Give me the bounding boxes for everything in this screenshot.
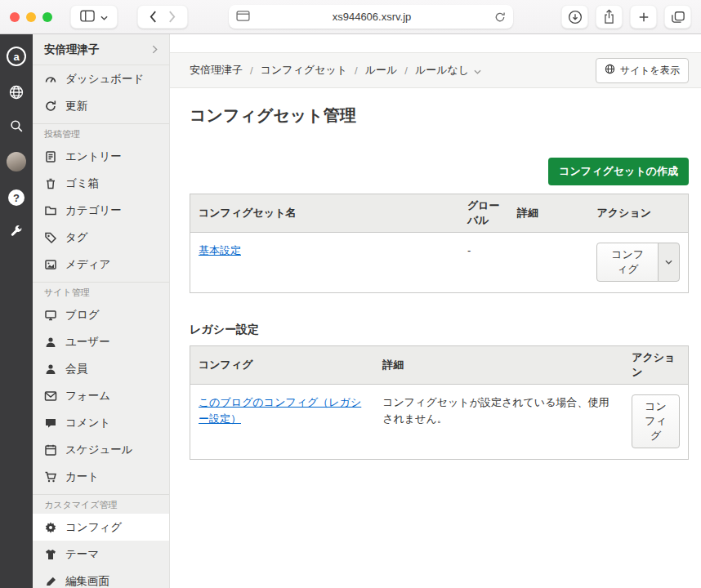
sidebar-item-form[interactable]: フォーム — [33, 382, 169, 409]
calendar-icon — [44, 443, 57, 457]
breadcrumb-config-set[interactable]: コンフィグセット — [261, 63, 347, 78]
sidebar-item-label: 更新 — [65, 99, 87, 114]
column-header-action: アクション — [623, 346, 688, 385]
tab-overview-button[interactable] — [664, 5, 691, 29]
sidebar-item-edit-screen[interactable]: 編集画面 — [33, 568, 169, 588]
forward-button[interactable] — [168, 11, 176, 23]
address-bar[interactable]: xs944606.xsrv.jp — [229, 5, 513, 29]
sidebar-item-config[interactable]: コンフィグ — [33, 514, 169, 541]
sidebar-item-dashboard[interactable]: ダッシュボード — [33, 65, 169, 92]
config-set-name-cell: 基本設定 — [190, 233, 459, 293]
sidebar-item-trash[interactable]: ゴミ箱 — [33, 170, 169, 197]
window-controls — [10, 12, 52, 22]
config-set-action-cell: コンフィグ — [588, 233, 688, 293]
sidebar-item-entry[interactable]: エントリー — [33, 143, 169, 170]
sidebar-item-label: ダッシュボード — [65, 72, 144, 87]
search-icon[interactable] — [9, 118, 25, 134]
gear-icon — [44, 521, 57, 534]
downloads-button[interactable] — [561, 5, 588, 29]
logo-letter: a — [13, 51, 19, 63]
sidebar-item-cart[interactable]: カート — [33, 463, 169, 490]
legacy-config-name-cell: このブログのコンフィグ（レガシー設定） — [190, 385, 375, 460]
legacy-config-detail-cell: コンフィグセットが設定されている場合、使用されません。 — [374, 385, 623, 460]
sidebar-item-label: タグ — [65, 230, 88, 245]
new-tab-button[interactable] — [630, 5, 657, 29]
help-icon[interactable]: ? — [8, 189, 25, 206]
sidebar-item-media[interactable]: メディア — [33, 251, 169, 278]
url-text: xs944606.xsrv.jp — [250, 11, 494, 23]
table-row: このブログのコンフィグ（レガシー設定） コンフィグセットが設定されている場合、使… — [190, 385, 689, 460]
sidebar-item-blog[interactable]: ブログ — [33, 301, 169, 328]
blog-switcher[interactable]: 安倍理津子 — [33, 34, 169, 65]
config-dropdown-toggle[interactable] — [658, 243, 680, 282]
trash-icon — [44, 177, 57, 190]
theme-icon — [44, 548, 57, 561]
sidebar-item-label: コンフィグ — [65, 520, 122, 535]
breadcrumb-separator: / — [250, 65, 253, 77]
refresh-icon — [44, 100, 57, 113]
form-icon — [44, 390, 57, 403]
config-button[interactable]: コンフィグ — [596, 243, 659, 282]
create-config-set-button[interactable]: コンフィグセットの作成 — [548, 158, 689, 185]
column-header-config: コンフィグ — [190, 346, 375, 385]
sidebar-item-label: テーマ — [65, 547, 99, 562]
sidebar-section-customize: カスタマイズ管理 — [33, 494, 169, 514]
share-button[interactable] — [596, 5, 623, 29]
sidebar-item-label: カート — [65, 470, 99, 484]
app-icon-rail: a ? — [0, 34, 33, 588]
blog-name: 安倍理津子 — [44, 42, 100, 57]
back-button[interactable] — [150, 11, 157, 23]
view-site-label: サイトを表示 — [620, 64, 680, 78]
sidebar-item-update[interactable]: 更新 — [33, 92, 169, 119]
column-header-action: アクション — [588, 194, 688, 233]
sidebar-item-label: カテゴリー — [65, 203, 122, 218]
chevron-down-icon — [100, 11, 108, 23]
close-window-button[interactable] — [10, 12, 20, 22]
wrench-icon[interactable] — [9, 224, 24, 238]
legacy-section-title: レガシー設定 — [190, 323, 689, 337]
sidebar-item-user[interactable]: ユーザー — [33, 328, 169, 355]
sidebar-item-member[interactable]: 会員 — [33, 355, 169, 382]
breadcrumb-rule-dropdown[interactable]: ルールなし — [415, 63, 481, 78]
tag-icon — [44, 231, 57, 244]
reload-icon[interactable] — [494, 11, 506, 23]
sidebar-section-site: サイト管理 — [33, 282, 169, 301]
main-content: 安倍理津子 / コンフィグセット / ルール / ルールなし サイトを表示 コン… — [170, 34, 701, 588]
breadcrumb-separator: / — [355, 65, 358, 77]
config-set-table: コンフィグセット名 グローバル 詳細 アクション 基本設定 - コンフィグ — [190, 194, 689, 293]
legacy-config-button[interactable]: コンフィグ — [632, 394, 680, 448]
comment-icon — [44, 416, 57, 430]
sidebar-item-label: 編集画面 — [65, 574, 109, 588]
sidebar-item-label: ユーザー — [65, 335, 110, 350]
sidebar-item-category[interactable]: カテゴリー — [33, 197, 169, 224]
sidebar-item-label: ゴミ箱 — [65, 176, 99, 191]
sidebar-item-label: ブログ — [65, 308, 99, 323]
minimize-window-button[interactable] — [26, 12, 36, 22]
breadcrumb-rule[interactable]: ルール — [365, 63, 398, 78]
view-site-button[interactable]: サイトを表示 — [596, 58, 689, 83]
sidebar-item-schedule[interactable]: スケジュール — [33, 436, 169, 463]
sidebar-item-label: エントリー — [65, 149, 122, 164]
breadcrumb-blog[interactable]: 安倍理津子 — [190, 63, 243, 78]
globe-icon[interactable] — [8, 84, 25, 100]
sidebar-item-theme[interactable]: テーマ — [33, 541, 169, 568]
sidebar-toggle-button[interactable] — [70, 5, 118, 29]
image-icon — [44, 258, 57, 271]
ablogcms-logo[interactable]: a — [7, 47, 26, 66]
sidebar-item-tag[interactable]: タグ — [33, 224, 169, 251]
legacy-config-link[interactable]: このブログのコンフィグ（レガシー設定） — [199, 396, 361, 425]
document-icon — [44, 150, 57, 163]
sidebar-item-comment[interactable]: コメント — [33, 409, 169, 436]
folder-icon — [44, 204, 57, 217]
zoom-window-button[interactable] — [42, 12, 52, 22]
page-title: コンフィグセット管理 — [190, 105, 689, 127]
globe-icon — [605, 64, 615, 77]
column-header-global: グローバル — [459, 194, 509, 233]
sidebar-item-label: コメント — [65, 416, 110, 430]
breadcrumb: 安倍理津子 / コンフィグセット / ルール / ルールなし サイトを表示 — [170, 52, 701, 88]
legacy-table: コンフィグ 詳細 アクション このブログのコンフィグ（レガシー設定） コンフィグ… — [190, 345, 689, 460]
config-set-link[interactable]: 基本設定 — [199, 244, 241, 256]
user-avatar[interactable] — [7, 152, 26, 172]
sidebar-panel-icon — [80, 10, 95, 24]
page-settings-icon — [236, 10, 250, 24]
